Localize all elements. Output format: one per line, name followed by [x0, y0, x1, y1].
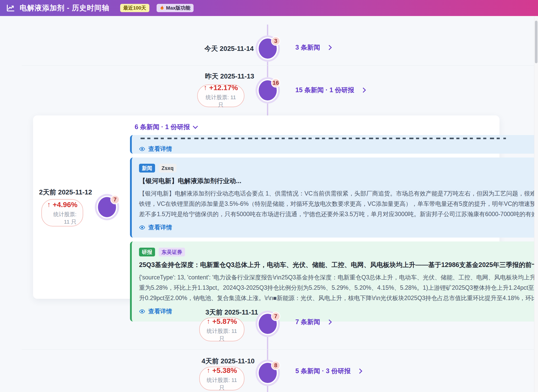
up-arrow-icon: ↑ [207, 317, 210, 326]
news-type-badge: 新闻 [139, 164, 155, 173]
news-card-list: 查看详情 新闻 Zsxq 【银河电新】电解液添加剂行业动... 【银河电新】电解… [130, 135, 538, 322]
news-source-badge: Zsxq [159, 164, 176, 173]
row-divider [22, 349, 538, 350]
view-detail-link[interactable]: 查看详情 [139, 307, 536, 315]
news-link[interactable]: 15 条新闻 · 1 份研报 [295, 86, 365, 94]
report-body-line: 重为5.28%，环比上升1.13pct。2024Q3-2025Q3持仓比例分别为… [139, 283, 536, 293]
news-link[interactable]: 5 条新闻 · 3 份研报 [295, 367, 362, 375]
timeline-node[interactable]: 8 [257, 362, 278, 384]
eye-icon [139, 308, 145, 315]
timeline-node[interactable]: 16 [257, 79, 278, 102]
change-value: +4.96% [53, 200, 78, 209]
change-pill: ↑+4.96% 统计股票: 11 只 [41, 199, 83, 226]
clipped-text-strip [141, 138, 506, 139]
row-divider [22, 65, 538, 66]
collapse-summary-link[interactable]: 6 条新闻 · 1 份研报 [135, 123, 197, 131]
timeline-node[interactable]: 7 [97, 196, 117, 218]
count-badge: 16 [271, 78, 280, 88]
timeline-screen: 电解液添加剂 - 历史时间轴 最近100天 Max版功能 今天 2025-11-… [0, 0, 538, 392]
timeline-date: 2天前 2025-11-12 [39, 188, 92, 197]
change-value: +12.17% [209, 83, 238, 92]
news-card-truncated[interactable]: 查看详情 [130, 135, 538, 154]
news-link[interactable]: 3 条新闻 [295, 43, 331, 52]
count-badge: 7 [271, 312, 280, 321]
stocks-count: 统计股票: 11 只 [206, 327, 238, 342]
eye-icon [139, 146, 145, 152]
report-source-badge: 东吴证券 [159, 248, 185, 256]
stocks-count: 统计股票: 11 只 [204, 94, 238, 108]
max-feature-label: Max版功能 [166, 5, 190, 11]
card-badges: 研报 东吴证券 [139, 248, 536, 256]
chevron-right-icon [361, 88, 366, 93]
count-badge: 7 [110, 195, 120, 204]
news-body-line: 差不多1.5万吨是给宁德保供的，只有5000吨在市场进行流通，宁德也还要外采3.… [139, 209, 536, 219]
news-body-line: 铁锂，VC在铁锂里面的添加量是3.5%-6%（特别是储能，对循环充放电次数要求更… [139, 199, 536, 209]
chevron-right-icon [357, 369, 362, 374]
chevron-right-icon [327, 45, 332, 50]
news-title: 【银河电新】电解液添加剂行业动... [139, 177, 536, 185]
news-link[interactable]: 7 条新闻 [295, 318, 331, 326]
up-arrow-icon: ↑ [207, 366, 210, 375]
scrollbar-thumb[interactable] [535, 21, 537, 63]
news-card[interactable]: 新闻 Zsxq 【银河电新】电解液添加剂行业动... 【银河电新】电解液添加剂行… [130, 158, 538, 238]
page-title: 电解液添加剂 - 历史时间轴 [20, 3, 109, 13]
count-badge: 8 [271, 361, 280, 370]
change-pill: ↑+5.38% 统计股票: 11 只 [199, 367, 244, 390]
card-badges: 新闻 Zsxq [139, 164, 536, 173]
report-body-line: {'sourceType': 13, 'content': '电力设备行业深度报… [139, 272, 536, 283]
timeline-date: 昨天 2025-11-13 [205, 72, 254, 81]
expanded-day-card: 2天前 2025-11-12 ↑+4.96% 统计股票: 11 只 7 6 条新… [33, 115, 499, 299]
change-pill: ↑+12.17% 统计股票: 11 只 [197, 84, 244, 107]
eye-icon [139, 224, 145, 231]
scrollbar-track[interactable] [534, 16, 538, 392]
change-value: +5.87% [212, 317, 237, 326]
chevron-right-icon [327, 319, 332, 325]
up-arrow-icon: ↑ [204, 83, 207, 92]
change-value: +5.38% [212, 366, 237, 375]
report-title: 25Q3基金持仓深度：电新重仓Q3总体上升，电动车、光伏、储能、工控、电网、风电… [139, 261, 536, 269]
report-card[interactable]: 研报 东吴证券 25Q3基金持仓深度：电新重仓Q3总体上升，电动车、光伏、储能、… [130, 241, 538, 322]
count-badge: 3 [271, 36, 280, 46]
max-feature-badge[interactable]: Max版功能 [157, 4, 194, 12]
up-arrow-icon: ↑ [47, 200, 51, 209]
app-header: 电解液添加剂 - 历史时间轴 最近100天 Max版功能 [0, 0, 538, 16]
trend-chart-icon [6, 4, 15, 12]
chevron-down-icon [193, 124, 198, 129]
report-type-badge: 研报 [139, 248, 155, 256]
timeline-date: 今天 2025-11-14 [204, 44, 254, 53]
timeline-date: 4天前 2025-11-10 [202, 357, 255, 366]
stocks-count: 统计股票: 11 只 [48, 211, 76, 225]
fire-icon [160, 5, 164, 11]
change-pill: ↑+5.87% 统计股票: 11 只 [199, 318, 244, 341]
view-detail-link[interactable]: 查看详情 [139, 145, 536, 153]
news-body-line: 【银河电新】电解液添加剂行业动态电话会要点 1、供需情况：VC当前供需很紧，头部… [139, 188, 536, 199]
date-range-badge[interactable]: 最近100天 [120, 4, 149, 12]
timeline-node[interactable]: 7 [257, 312, 278, 335]
timeline-date: 3天前 2025-11-11 [205, 308, 258, 317]
timeline-node[interactable]: 3 [257, 37, 278, 60]
view-detail-link[interactable]: 查看详情 [139, 223, 536, 231]
report-body-line: 升0.29pct至2.00%，钠电池、复合集流体上涨。\r\n■新能源：光伏、风… [139, 293, 536, 303]
stocks-count: 统计股票: 11 只 [206, 377, 238, 391]
